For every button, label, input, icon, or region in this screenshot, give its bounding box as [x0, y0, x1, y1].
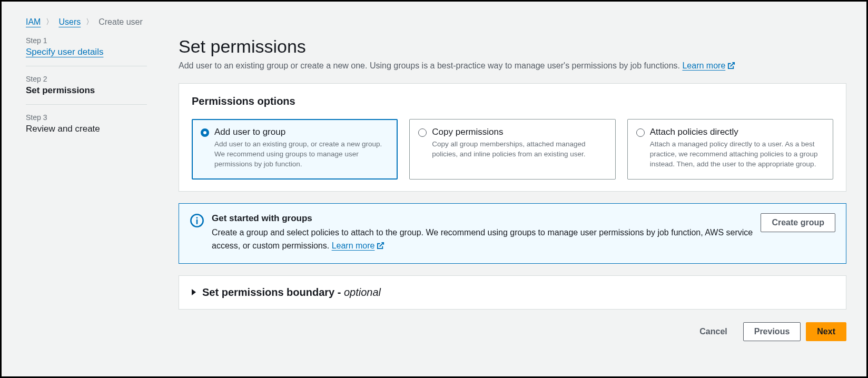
chevron-right-icon: 〉 — [46, 17, 53, 27]
option-copy-permissions[interactable]: Copy permissions Copy all group membersh… — [409, 119, 615, 180]
step-label: Step 1 — [26, 36, 147, 45]
previous-button[interactable]: Previous — [743, 322, 801, 341]
step-title[interactable]: Specify user details — [26, 47, 147, 57]
radio-icon[interactable] — [636, 128, 645, 137]
page-title: Set permissions — [179, 36, 846, 57]
breadcrumb-iam[interactable]: IAM — [26, 17, 41, 27]
external-link-icon — [727, 62, 735, 72]
learn-more-link[interactable]: Learn more — [682, 61, 735, 70]
step-title: Review and create — [26, 124, 147, 134]
wizard-step-3: Step 3 Review and create — [26, 113, 147, 143]
option-title: Add user to group — [214, 127, 389, 137]
option-add-to-group[interactable]: Add user to group Add user to an existin… — [192, 119, 398, 180]
wizard-steps: Step 1 Specify user details Step 2 Set p… — [26, 36, 147, 151]
caret-right-icon — [192, 289, 196, 295]
chevron-right-icon: 〉 — [86, 17, 93, 27]
external-link-icon — [377, 240, 384, 254]
expander-title: Set permissions boundary - optional — [202, 286, 381, 299]
info-text: Create a group and select policies to at… — [212, 226, 753, 254]
wizard-step-1[interactable]: Step 1 Specify user details — [26, 36, 147, 66]
learn-more-link[interactable]: Learn more — [332, 241, 385, 250]
main-content: Set permissions Add user to an existing … — [179, 36, 846, 341]
step-label: Step 2 — [26, 75, 147, 83]
panel-heading: Permissions options — [192, 95, 833, 107]
expander-toggle[interactable]: Set permissions boundary - optional — [192, 286, 833, 299]
permissions-boundary-expander: Set permissions boundary - optional — [179, 275, 846, 310]
option-description: Add user to an existing group, or create… — [214, 140, 389, 170]
permissions-options-row: Add user to group Add user to an existin… — [192, 119, 833, 180]
option-title: Attach policies directly — [650, 127, 824, 137]
info-banner-groups: Get started with groups Create a group a… — [179, 203, 846, 264]
breadcrumb: IAM 〉 Users 〉 Create user — [26, 17, 846, 27]
wizard-step-2: Step 2 Set permissions — [26, 75, 147, 105]
page-description: Add user to an existing group or create … — [179, 61, 846, 72]
radio-icon[interactable] — [418, 128, 427, 137]
option-attach-policies[interactable]: Attach policies directly Attach a manage… — [627, 119, 833, 180]
option-description: Copy all group memberships, attached man… — [432, 140, 606, 160]
option-title: Copy permissions — [432, 127, 606, 137]
create-group-button[interactable]: Create group — [761, 213, 835, 232]
info-icon — [190, 213, 204, 228]
step-title: Set permissions — [26, 85, 147, 96]
breadcrumb-users[interactable]: Users — [58, 17, 81, 27]
breadcrumb-current: Create user — [98, 17, 143, 27]
info-title: Get started with groups — [212, 213, 753, 224]
permissions-options-panel: Permissions options Add user to group Ad… — [179, 83, 846, 192]
next-button[interactable]: Next — [806, 322, 846, 341]
step-label: Step 3 — [26, 113, 147, 122]
svg-point-1 — [196, 217, 198, 218]
cancel-button[interactable]: Cancel — [689, 323, 737, 341]
option-description: Attach a managed policy directly to a us… — [650, 140, 824, 170]
radio-icon[interactable] — [201, 128, 209, 137]
wizard-footer: Cancel Previous Next — [179, 322, 846, 341]
